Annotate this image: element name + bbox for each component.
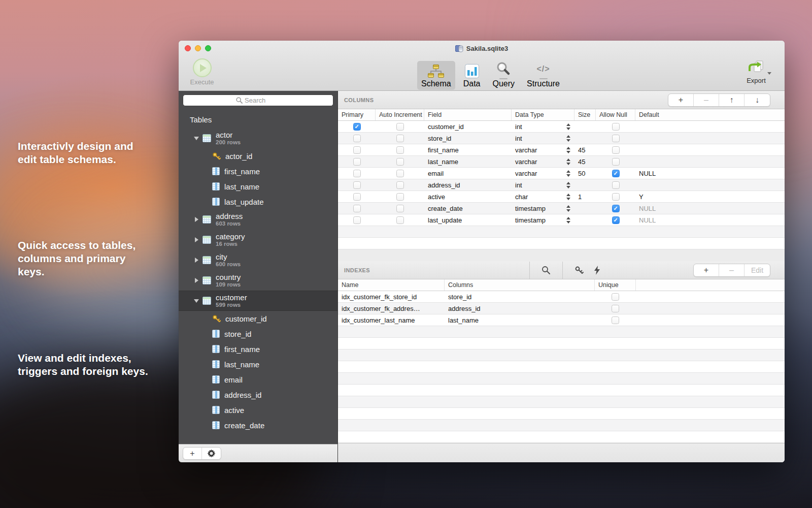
search-field[interactable] <box>183 94 333 106</box>
field-cell[interactable]: first_name <box>424 144 512 155</box>
sidebar-table-city[interactable]: city600 rows <box>179 250 337 270</box>
size-cell[interactable] <box>574 214 596 226</box>
unique-checkbox[interactable] <box>612 305 619 312</box>
remove-index-button[interactable]: – <box>719 264 745 276</box>
data-type-stepper[interactable] <box>566 217 570 224</box>
allow-null-checkbox[interactable] <box>612 216 620 224</box>
data-type-cell[interactable]: int <box>512 179 574 190</box>
sidebar-table-address[interactable]: address603 rows <box>179 209 337 230</box>
edit-index-button[interactable]: Edit <box>745 264 770 276</box>
foreign-key-icon[interactable] <box>573 265 585 276</box>
sidebar-column-address_id[interactable]: address_id <box>179 387 337 402</box>
sidebar-table-actor[interactable]: actor200 rows <box>179 128 337 148</box>
data-type-cell[interactable]: int <box>512 133 574 144</box>
unique-checkbox[interactable] <box>612 316 619 324</box>
sidebar-column-first_name[interactable]: first_name <box>179 164 337 179</box>
index-row-3[interactable]: idx_customer_last_namelast_name <box>338 314 785 326</box>
allow-null-checkbox[interactable] <box>612 158 620 166</box>
auto-increment-checkbox[interactable] <box>396 170 404 177</box>
field-cell[interactable]: last_name <box>424 156 512 167</box>
column-row-email[interactable]: emailvarchar50NULL <box>338 168 785 179</box>
add-index-button[interactable]: + <box>694 264 719 276</box>
size-cell[interactable] <box>574 203 596 214</box>
allow-null-checkbox[interactable] <box>612 181 620 189</box>
default-cell[interactable] <box>635 133 785 144</box>
field-cell[interactable]: create_date <box>424 203 512 214</box>
default-cell[interactable] <box>635 179 785 190</box>
index-row-1[interactable]: idx_customer_fk_store_idstore_id <box>338 291 785 303</box>
disclosure-triangle[interactable] <box>194 278 199 283</box>
size-cell[interactable] <box>574 133 596 144</box>
auto-increment-checkbox[interactable] <box>396 181 404 189</box>
default-cell[interactable] <box>635 144 785 155</box>
auto-increment-checkbox[interactable] <box>396 123 404 131</box>
index-columns-cell[interactable]: address_id <box>445 303 595 314</box>
data-type-stepper[interactable] <box>566 147 570 153</box>
field-cell[interactable]: email <box>424 168 512 179</box>
search-input[interactable] <box>245 97 280 104</box>
default-cell[interactable]: NULL <box>635 203 785 214</box>
toolbar-tab-schema[interactable]: Schema <box>417 61 455 90</box>
auto-increment-checkbox[interactable] <box>396 216 404 224</box>
index-name-cell[interactable]: idx_customer_fk_addres… <box>338 303 445 314</box>
allow-null-checkbox[interactable] <box>612 146 620 154</box>
primary-checkbox[interactable] <box>353 158 361 166</box>
primary-checkbox[interactable] <box>353 146 361 154</box>
data-type-stepper[interactable] <box>566 194 570 200</box>
add-table-button[interactable]: + <box>183 448 202 459</box>
sidebar-table-category[interactable]: category16 rows <box>179 230 337 250</box>
column-row-active[interactable]: activechar1Y <box>338 191 785 203</box>
column-row-last_name[interactable]: last_namevarchar45 <box>338 156 785 168</box>
execute-button[interactable]: Execute <box>187 58 217 86</box>
disclosure-triangle[interactable] <box>194 136 199 141</box>
move-column-up-button[interactable]: ↑ <box>719 94 745 106</box>
size-cell[interactable]: 45 <box>574 156 596 167</box>
auto-increment-checkbox[interactable] <box>396 193 404 201</box>
index-columns-cell[interactable]: store_id <box>445 291 595 302</box>
sidebar-column-first_name[interactable]: first_name <box>179 341 337 357</box>
sidebar-column-actor_id[interactable]: actor_id <box>179 148 337 164</box>
primary-checkbox[interactable] <box>353 205 361 212</box>
data-type-stepper[interactable] <box>566 205 570 212</box>
remove-column-button[interactable]: – <box>694 94 719 106</box>
export-button[interactable]: Export <box>740 58 772 84</box>
data-type-cell[interactable]: int <box>512 121 574 132</box>
toolbar-tab-data[interactable]: Data <box>459 61 485 90</box>
trigger-lightning-icon[interactable] <box>592 265 603 276</box>
field-cell[interactable]: active <box>424 191 512 202</box>
auto-increment-checkbox[interactable] <box>396 135 404 142</box>
allow-null-checkbox[interactable] <box>612 135 620 142</box>
data-type-cell[interactable]: timestamp <box>512 203 574 214</box>
data-type-cell[interactable]: varchar <box>512 156 574 167</box>
sidebar-column-active[interactable]: active <box>179 402 337 418</box>
add-column-button[interactable]: + <box>668 94 694 106</box>
allow-null-checkbox[interactable] <box>612 205 620 212</box>
index-row-2[interactable]: idx_customer_fk_addres…address_id <box>338 303 785 314</box>
data-type-stepper[interactable] <box>566 158 570 165</box>
unique-checkbox[interactable] <box>612 293 619 301</box>
titlebar[interactable]: Sakila.sqlite3 <box>179 41 785 56</box>
sidebar-column-last_update[interactable]: last_update <box>179 194 337 209</box>
index-name-cell[interactable]: idx_customer_last_name <box>338 314 445 326</box>
primary-checkbox[interactable] <box>353 170 361 177</box>
data-type-stepper[interactable] <box>566 123 570 130</box>
disclosure-triangle[interactable] <box>194 258 199 263</box>
primary-checkbox[interactable] <box>353 181 361 189</box>
sidebar-table-customer[interactable]: customer599 rows <box>179 291 337 311</box>
sidebar-column-email[interactable]: email <box>179 372 337 387</box>
auto-increment-checkbox[interactable] <box>396 146 404 154</box>
default-cell[interactable] <box>635 156 785 167</box>
default-cell[interactable]: Y <box>635 191 785 202</box>
index-columns-cell[interactable]: last_name <box>445 314 595 326</box>
move-column-down-button[interactable]: ↓ <box>745 94 770 106</box>
disclosure-triangle[interactable] <box>194 298 199 303</box>
primary-checkbox[interactable] <box>353 123 361 131</box>
field-cell[interactable]: address_id <box>424 179 512 190</box>
auto-increment-checkbox[interactable] <box>396 205 404 212</box>
default-cell[interactable]: NULL <box>635 168 785 179</box>
sidebar-column-last_name[interactable]: last_name <box>179 357 337 372</box>
size-cell[interactable]: 1 <box>574 191 596 202</box>
data-type-stepper[interactable] <box>566 135 570 142</box>
data-type-cell[interactable]: varchar <box>512 168 574 179</box>
column-row-last_update[interactable]: last_updatetimestampNULL <box>338 214 785 226</box>
